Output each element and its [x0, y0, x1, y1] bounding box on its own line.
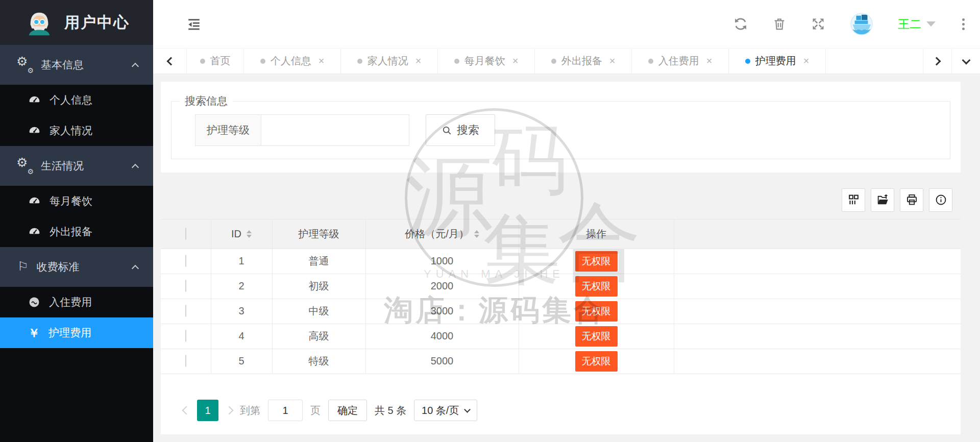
- tab-close-icon[interactable]: ×: [318, 55, 325, 67]
- sidebar-item-outing-report[interactable]: 外出报备: [0, 216, 153, 247]
- circle-wave-icon: [28, 296, 40, 308]
- row-checkbox[interactable]: [185, 355, 186, 367]
- sidebar-group-life-status[interactable]: ⚙⚙ 生活情况: [0, 146, 153, 186]
- gears-icon: ⚙⚙: [17, 57, 33, 72]
- row-checkbox[interactable]: [185, 305, 186, 317]
- sidebar-item-label: 家人情况: [50, 124, 92, 138]
- row-checkbox[interactable]: [185, 330, 186, 342]
- sidebar-item-family-info[interactable]: 家人情况: [0, 115, 153, 146]
- header-actions: 操作: [519, 219, 674, 249]
- tabs-menu-button[interactable]: [951, 48, 980, 73]
- tab-personal-info[interactable]: 个人信息 ×: [244, 48, 341, 73]
- info-button[interactable]: [929, 188, 952, 212]
- tab-label: 家人情况: [368, 54, 408, 68]
- sidebar-collapse-button[interactable]: [187, 15, 204, 33]
- no-permission-button[interactable]: 无权限: [575, 251, 618, 272]
- tab-dot-icon: [454, 59, 459, 64]
- search-panel: 搜索信息 护理等级 搜索: [161, 82, 961, 173]
- tab-checkin-fee[interactable]: 入住费用 ×: [632, 48, 729, 73]
- tab-nursing-fee[interactable]: 护理费用 ×: [729, 48, 826, 73]
- header-nursing-level: 护理等级: [272, 219, 365, 249]
- table-row: 5 特级 5000 无权限: [161, 349, 961, 374]
- current-page-button[interactable]: 1: [197, 400, 218, 421]
- table-row: 1 普通 1000 无权限: [161, 249, 961, 274]
- sidebar-item-label: 个人信息: [50, 93, 92, 107]
- table-toolbar: [161, 181, 961, 219]
- cell-id: 3: [211, 299, 272, 324]
- next-page-button[interactable]: [225, 406, 234, 415]
- user-avatar[interactable]: [850, 12, 873, 36]
- clear-cache-button[interactable]: [772, 17, 787, 31]
- sidebar-item-personal-info[interactable]: 个人信息: [0, 85, 153, 115]
- prev-page-button[interactable]: [182, 406, 191, 415]
- tab-dot-icon: [357, 59, 362, 64]
- tab-dot-icon: [551, 59, 556, 64]
- columns-filter-button[interactable]: [842, 188, 865, 212]
- refresh-button[interactable]: [733, 17, 748, 31]
- table-row: 4 高级 4000 无权限: [161, 324, 961, 349]
- sidebar-group-basic-info[interactable]: ⚙⚙ 基本信息: [0, 45, 153, 85]
- nursing-level-field: 护理等级: [195, 114, 409, 146]
- tab-monthly-meals[interactable]: 每月餐饮 ×: [438, 48, 535, 73]
- trash-icon: [772, 17, 787, 31]
- sort-asc-icon: [247, 230, 252, 233]
- page-size-select[interactable]: 10 条/页: [414, 400, 477, 421]
- select-all-checkbox[interactable]: [185, 228, 186, 240]
- total-count-label: 共 5 条: [375, 404, 406, 418]
- chevron-left-icon: [166, 57, 175, 65]
- no-permission-button[interactable]: 无权限: [575, 276, 618, 297]
- nursing-level-input[interactable]: [261, 114, 409, 146]
- tab-home[interactable]: 首页: [187, 48, 244, 73]
- sidebar-item-label: 外出报备: [50, 225, 92, 239]
- chevron-down-icon: [464, 406, 471, 413]
- sidebar-item-monthly-meals[interactable]: 每月餐饮: [0, 186, 153, 216]
- tab-label: 个人信息: [271, 54, 311, 68]
- tab-dot-icon: [745, 59, 750, 64]
- search-fieldset: 搜索信息 护理等级 搜索: [171, 94, 950, 159]
- sidebar-group-fee-standard[interactable]: ⚐ 收费标准: [0, 247, 153, 287]
- goto-confirm-button[interactable]: 确定: [328, 400, 367, 421]
- sidebar-item-checkin-fee[interactable]: 入住费用: [0, 287, 153, 317]
- table-header-row: ID 护理等级 价格（元/月） 操作: [161, 219, 961, 249]
- tab-label: 入住费用: [658, 54, 699, 68]
- tab-dot-icon: [200, 59, 205, 64]
- sort-id-control[interactable]: [247, 230, 252, 238]
- search-row: 护理等级 搜索: [172, 108, 950, 146]
- search-button[interactable]: 搜索: [426, 114, 495, 146]
- tab-close-icon[interactable]: ×: [415, 55, 422, 67]
- tabs-scroll-right-button[interactable]: [923, 48, 951, 73]
- cell-id: 5: [211, 349, 272, 374]
- tab-close-icon[interactable]: ×: [512, 55, 519, 67]
- no-permission-button[interactable]: 无权限: [575, 351, 618, 372]
- tab-label: 每月餐饮: [464, 54, 505, 68]
- no-permission-button[interactable]: 无权限: [575, 301, 618, 322]
- topbar: 王二: [153, 0, 980, 48]
- row-checkbox[interactable]: [185, 255, 186, 267]
- cell-price: 2000: [365, 274, 519, 299]
- print-button[interactable]: [900, 188, 923, 212]
- tab-close-icon[interactable]: ×: [706, 55, 713, 67]
- export-button[interactable]: [871, 188, 894, 212]
- fullscreen-button[interactable]: [811, 17, 825, 31]
- sort-desc-icon: [474, 235, 479, 238]
- nursing-level-label: 护理等级: [195, 114, 261, 146]
- tab-family-info[interactable]: 家人情况 ×: [341, 48, 438, 73]
- tab-close-icon[interactable]: ×: [803, 55, 810, 67]
- tab-close-icon[interactable]: ×: [609, 55, 616, 67]
- tabs-scroll-left-button[interactable]: [153, 48, 187, 73]
- gauge-icon: [28, 125, 41, 137]
- row-checkbox[interactable]: [185, 280, 186, 292]
- sort-desc-icon: [247, 235, 252, 238]
- user-dropdown[interactable]: 王二: [898, 16, 936, 32]
- sidebar-group-label: 生活情况: [41, 159, 84, 173]
- no-permission-button[interactable]: 无权限: [575, 326, 618, 347]
- goto-page-input[interactable]: [268, 400, 303, 421]
- sidebar-item-nursing-fee[interactable]: ￥ 护理费用: [0, 317, 153, 348]
- search-legend: 搜索信息: [180, 94, 233, 108]
- more-menu-button[interactable]: [960, 16, 967, 32]
- goto-suffix-label: 页: [310, 404, 321, 418]
- tab-outing-report[interactable]: 外出报备 ×: [535, 48, 632, 73]
- search-button-label: 搜索: [457, 122, 479, 138]
- chevron-up-icon: [132, 63, 139, 70]
- sort-price-control[interactable]: [474, 230, 479, 238]
